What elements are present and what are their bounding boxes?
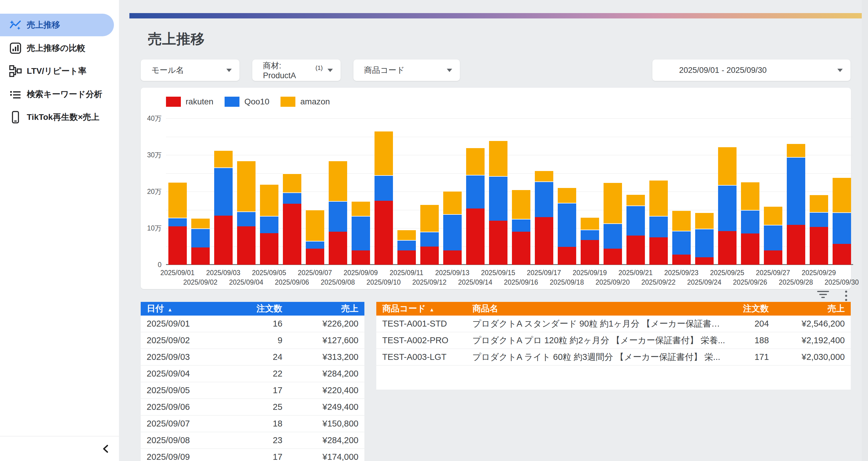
table-row[interactable]: TEST-A003-LGTプロダクトA ライト 60粒 約3週間分 【メーカー保… (376, 349, 851, 366)
x-axis-tick-label: 2025/09/15 (481, 269, 515, 277)
bar-segment-amazon (191, 218, 210, 228)
x-axis-tick-label: 2025/09/23 (664, 269, 699, 277)
bar-2025/09/27[interactable] (762, 206, 784, 265)
bar-2025/09/08[interactable] (326, 161, 349, 265)
table-filter-icon[interactable] (816, 291, 830, 300)
bar-segment-qoo10 (329, 201, 347, 232)
bar-2025/09/29[interactable] (807, 194, 830, 265)
product-code-filter-dropdown[interactable]: 商品コード (353, 60, 460, 81)
product-sales-table: 商品コード▲ 商品名 注文数 売上 TEST-A001-STDプロダクトA スタ… (376, 302, 851, 390)
bar-segment-qoo10 (351, 216, 370, 250)
product-header-orders[interactable]: 注文数 (732, 303, 775, 315)
table-row[interactable]: TEST-A001-STDプロダクトA スタンダード 90粒 約1ヶ月分 【メー… (376, 315, 851, 332)
daily-header-orders[interactable]: 注文数 (235, 303, 288, 315)
sidebar-item-1[interactable]: 売上推移 (0, 14, 114, 36)
table-row[interactable]: 2025/09/0718¥150,800 (141, 416, 364, 432)
bar-2025/09/24[interactable] (693, 212, 716, 265)
daily-header-sales[interactable]: 売上 (288, 303, 364, 315)
bar-2025/09/25[interactable] (716, 147, 739, 265)
bar-2025/09/19[interactable] (578, 217, 601, 265)
sidebar-item-3[interactable]: LTV/リピート率 (0, 60, 114, 82)
table-row[interactable]: 2025/09/0823¥284,200 (141, 432, 364, 449)
bar-segment-qoo10 (443, 214, 462, 250)
cell-sales: ¥2,030,000 (775, 352, 851, 362)
x-axis-tick-label: 2025/09/13 (435, 269, 469, 277)
x-axis-tick-label: 2025/09/14 (458, 278, 492, 286)
bar-segment-amazon (512, 189, 530, 219)
bar-segment-amazon (558, 187, 576, 203)
chevron-down-icon (226, 69, 232, 72)
daily-table-header: 日付▲ 注文数 売上 (141, 302, 364, 315)
bar-2025/09/07[interactable] (303, 210, 326, 265)
sidebar-item-5[interactable]: TikTok再生数×売上 (0, 106, 114, 128)
product-header-name[interactable]: 商品名 (466, 303, 732, 315)
bar-2025/09/20[interactable] (601, 182, 624, 265)
bar-2025/09/28[interactable] (784, 143, 807, 265)
bar-2025/09/06[interactable] (280, 174, 303, 265)
bar-2025/09/22[interactable] (647, 180, 670, 265)
bar-2025/09/05[interactable] (258, 184, 280, 265)
product-code-filter-label: 商品コード (364, 65, 405, 75)
bar-2025/09/09[interactable] (349, 201, 372, 265)
bar-segment-rakuten (420, 247, 439, 265)
smartphone-icon (9, 111, 22, 124)
sidebar-item-2[interactable]: 売上推移の比較 (0, 37, 114, 60)
sidebar-item-4[interactable]: 検索キーワード分析 (0, 83, 114, 105)
daily-header-date[interactable]: 日付▲ (141, 303, 235, 315)
bar-2025/09/23[interactable] (670, 210, 693, 265)
cell-orders: 25 (235, 402, 288, 412)
bar-segment-amazon (329, 161, 347, 201)
bar-2025/09/10[interactable] (372, 131, 395, 265)
sort-asc-icon: ▲ (429, 307, 434, 313)
more-options-icon[interactable] (841, 289, 851, 302)
chevron-left-icon (101, 444, 110, 454)
bar-2025/09/18[interactable] (555, 187, 578, 265)
product-filter-dropdown[interactable]: 商材: ProductA (1) (252, 60, 341, 81)
table-row[interactable]: 2025/09/0116¥226,200 (141, 315, 364, 332)
bar-2025/09/04[interactable] (235, 161, 258, 265)
bar-2025/09/01[interactable] (166, 182, 189, 265)
bar-2025/09/16[interactable] (509, 189, 532, 265)
bar-2025/09/11[interactable] (395, 229, 418, 265)
bar-2025/09/15[interactable] (487, 141, 509, 265)
table-row[interactable]: 2025/09/0625¥249,400 (141, 399, 364, 416)
y-axis-tick-label: 10万 (147, 224, 161, 233)
table-row[interactable]: 2025/09/0917¥174,000 (141, 449, 364, 461)
bar-segment-rakuten (603, 249, 622, 265)
bar-segment-rakuten (443, 250, 462, 265)
bar-segment-qoo10 (741, 210, 760, 234)
table-row[interactable]: 2025/09/0324¥313,200 (141, 349, 364, 366)
legend-swatch (166, 97, 181, 107)
product-header-code[interactable]: 商品コード▲ (376, 303, 466, 315)
x-axis-tick-label: 2025/09/16 (504, 278, 538, 286)
y-axis-tick-label: 40万 (147, 114, 161, 123)
sidebar-collapse-button[interactable] (98, 442, 113, 456)
sidebar-item-label: 売上推移 (27, 19, 60, 31)
product-header-sales[interactable]: 売上 (775, 303, 851, 315)
bar-2025/09/13[interactable] (441, 191, 464, 265)
cell-sales: ¥313,200 (288, 352, 364, 362)
table-row[interactable]: 2025/09/029¥127,600 (141, 332, 364, 349)
date-range-picker[interactable]: 2025/09/01 - 2025/09/30 (652, 60, 850, 81)
table-row[interactable]: 2025/09/0422¥284,200 (141, 366, 364, 382)
x-axis-tick-label: 2025/09/10 (367, 278, 401, 286)
bar-2025/09/03[interactable] (212, 150, 235, 265)
bar-segment-qoo10 (787, 157, 805, 225)
bar-2025/09/26[interactable] (739, 182, 762, 265)
table-row[interactable]: TEST-A002-PROプロダクトA プロ 120粒 約2ヶ月分 【メーカー保… (376, 332, 851, 349)
bar-segment-amazon (351, 201, 370, 216)
page-scrollbar-gutter[interactable] (862, 0, 868, 461)
bar-2025/09/12[interactable] (418, 204, 441, 265)
mall-filter-dropdown[interactable]: モール名 (141, 60, 240, 81)
product-filter-label: 商材: ProductA (263, 60, 311, 80)
bar-2025/09/21[interactable] (624, 194, 647, 265)
bar-2025/09/02[interactable] (189, 218, 212, 265)
bar-2025/09/14[interactable] (464, 148, 487, 265)
bar-2025/09/17[interactable] (532, 171, 555, 265)
bar-2025/09/30[interactable] (830, 177, 853, 265)
bar-segment-rakuten (329, 232, 347, 265)
bar-segment-amazon (833, 177, 851, 212)
bar-segment-amazon (489, 141, 507, 176)
table-row[interactable]: 2025/09/0517¥220,400 (141, 382, 364, 399)
sales-trend-chart-card: rakutenQoo10amazon 010万20万30万40万2025/09/… (141, 88, 851, 289)
